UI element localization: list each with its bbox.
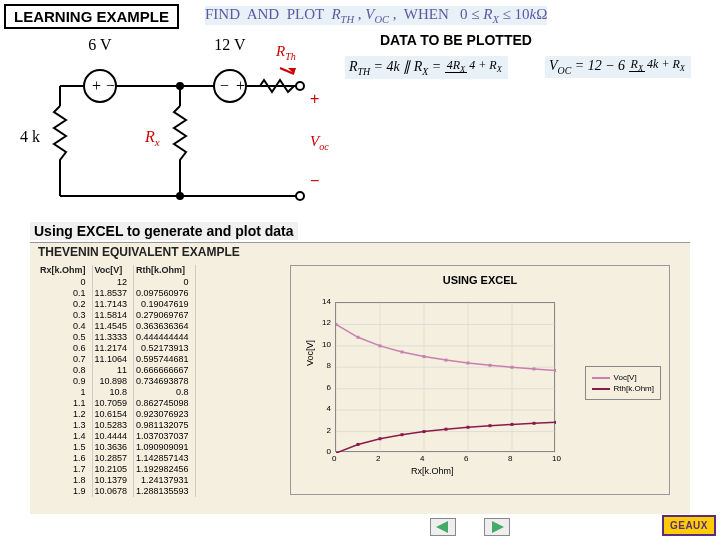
svg-rect-37	[379, 344, 382, 347]
table-row: 0.411.45450.363636364	[38, 321, 195, 332]
circuit-diagram: 6 V 12 V + − − + 4 k Rx RTh + − Voc	[0, 26, 340, 216]
voc-label: Voc	[310, 133, 329, 152]
svg-rect-45	[555, 369, 557, 372]
resistor-4k-label: 4 k	[20, 128, 40, 145]
svg-rect-44	[533, 367, 536, 370]
source-12v-label: 12 V	[214, 36, 246, 53]
find-and-plot-text: FIND AND PLOT RTH , VOC , WHEN 0 ≤ RX ≤ …	[205, 6, 547, 25]
svg-marker-57	[436, 521, 448, 533]
svg-rect-49	[401, 433, 404, 436]
svg-rect-43	[511, 366, 514, 369]
svg-rect-54	[511, 423, 514, 426]
svg-point-12	[296, 192, 304, 200]
col-header: Voc[V]	[92, 265, 134, 277]
rth-label: RTh	[275, 43, 296, 62]
svg-rect-53	[489, 424, 492, 427]
excel-chart: USING EXCEL Voc[V] Rx[k.Ohm] Voc[V] Rth[…	[290, 265, 670, 495]
table-row: 0.111.85370.097560976	[38, 288, 195, 299]
table-row: 0.8110.666666667	[38, 365, 195, 376]
table-row: 1.310.52830.981132075	[38, 420, 195, 431]
svg-marker-58	[492, 521, 504, 533]
table-row: 0.611.21740.52173913	[38, 343, 195, 354]
col-header: Rx[k.Ohm]	[38, 265, 92, 277]
svg-rect-38	[401, 350, 404, 353]
using-excel-heading: Using EXCEL to generate and plot data	[30, 222, 298, 240]
table-row: 0.910.8980.734693878	[38, 376, 195, 387]
table-row: 110.80.8	[38, 387, 195, 398]
svg-rect-50	[423, 430, 426, 433]
table-row: 0.711.10640.595744681	[38, 354, 195, 365]
resistor-rx-label: Rx	[144, 128, 160, 148]
source-6v-label: 6 V	[88, 36, 112, 53]
svg-point-13	[177, 83, 183, 89]
svg-rect-48	[379, 437, 382, 440]
voc-minus: −	[310, 172, 319, 189]
nav-buttons	[430, 518, 510, 536]
table-row: 1.710.21051.192982456	[38, 464, 195, 475]
svg-rect-56	[555, 421, 557, 424]
chart-plot-area	[335, 302, 555, 452]
svg-rect-46	[336, 452, 338, 454]
data-to-be-plotted-title: DATA TO BE PLOTTED	[380, 32, 532, 48]
svg-text:−: −	[106, 77, 115, 94]
svg-rect-51	[445, 428, 448, 431]
table-row: 1.110.70590.862745098	[38, 398, 195, 409]
table-row: 0.511.33330.444444444	[38, 332, 195, 343]
table-row: 0.311.58140.279069767	[38, 310, 195, 321]
svg-rect-40	[445, 359, 448, 362]
table-row: 1.910.06781.288135593	[38, 486, 195, 497]
geaux-logo-button[interactable]: GEAUX	[662, 515, 716, 536]
svg-text:+: +	[92, 77, 101, 94]
table-row: 1.810.13791.24137931	[38, 475, 195, 486]
svg-point-14	[177, 193, 183, 199]
svg-rect-41	[467, 362, 470, 365]
svg-rect-42	[489, 364, 492, 367]
table-row: 1.410.44441.037037037	[38, 431, 195, 442]
excel-output-area: THEVENIN EQUIVALENT EXAMPLE Rx[k.Ohm]Voc…	[30, 242, 690, 514]
chart-legend: Voc[V] Rth[k.Ohm]	[585, 366, 661, 400]
svg-rect-35	[336, 323, 338, 326]
voc-plus: +	[310, 90, 319, 107]
next-button[interactable]	[484, 518, 510, 536]
svg-text:−: −	[220, 77, 229, 94]
svg-rect-36	[357, 336, 360, 339]
prev-button[interactable]	[430, 518, 456, 536]
svg-point-11	[296, 82, 304, 90]
table-row: 0120	[38, 277, 195, 288]
table-row: 1.210.61540.923076923	[38, 409, 195, 420]
col-header: Rth[k.Ohm]	[134, 265, 196, 277]
table-row: 1.510.36361.090909091	[38, 442, 195, 453]
thevenin-example-title: THEVENIN EQUIVALENT EXAMPLE	[38, 245, 240, 259]
formula-voc: VOC = 12 − 6 RX4k + RX	[545, 56, 691, 78]
excel-data-table: Rx[k.Ohm]Voc[V]Rth[k.Ohm] 01200.111.8537…	[38, 265, 196, 497]
chart-title: USING EXCEL	[291, 274, 669, 286]
chart-xlabel: Rx[k.Ohm]	[411, 466, 454, 476]
svg-rect-47	[357, 443, 360, 446]
table-row: 0.211.71430.19047619	[38, 299, 195, 310]
svg-rect-55	[533, 422, 536, 425]
svg-rect-52	[467, 426, 470, 429]
table-row: 1.610.28571.142857143	[38, 453, 195, 464]
svg-rect-39	[423, 355, 426, 358]
formula-rth: RTH = 4k ∥ RX = 4RX4 + RX	[345, 56, 508, 79]
svg-text:+: +	[236, 77, 245, 94]
